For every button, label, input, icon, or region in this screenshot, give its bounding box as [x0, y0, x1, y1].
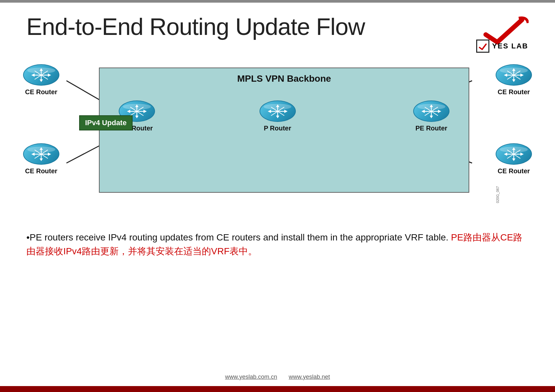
mpls-backbone-title: MPLS VPN Backbone: [100, 73, 469, 84]
ce-router-left-top-icon: [23, 64, 59, 86]
svg-marker-17: [31, 153, 35, 156]
top-bar: [0, 0, 555, 3]
svg-marker-25: [504, 73, 507, 77]
watermark: 020G_067: [496, 186, 500, 203]
svg-marker-19: [40, 158, 43, 161]
svg-marker-59: [430, 116, 433, 118]
p-router-center: P Router: [260, 100, 296, 132]
pe-router-right-icon: [413, 100, 449, 122]
ce-router-right-top-icon: [496, 64, 532, 86]
yeslab-text: YES LAB: [492, 42, 528, 50]
svg-marker-48: [284, 110, 288, 113]
svg-marker-11: [40, 79, 43, 82]
ce-router-right-bottom-icon: [496, 143, 532, 165]
pe-router-right-label: PE Router: [416, 125, 447, 132]
bottom-bar: [0, 386, 555, 392]
svg-marker-56: [438, 110, 441, 113]
svg-marker-24: [520, 73, 524, 77]
ce-router-right-top: CE Router: [496, 64, 532, 96]
svg-marker-49: [268, 110, 271, 113]
router-arrows-svg-3: [502, 68, 525, 82]
footer-link-2[interactable]: www.yeslab.net: [289, 374, 330, 380]
footer-links: www.yeslab.com.cn www.yeslab.net: [0, 374, 555, 380]
svg-marker-8: [48, 73, 51, 77]
pe-router-right: PE Router: [413, 100, 449, 132]
ce-router-right-bottom-label: CE Router: [498, 167, 530, 175]
page-title: End-to-End Routing Update Flow: [26, 13, 365, 40]
svg-marker-34: [512, 147, 515, 150]
svg-marker-18: [40, 147, 43, 150]
svg-marker-50: [276, 104, 279, 107]
svg-marker-58: [430, 104, 433, 107]
svg-marker-51: [276, 116, 279, 118]
svg-marker-16: [48, 153, 51, 156]
svg-marker-27: [512, 79, 515, 82]
svg-marker-9: [31, 73, 35, 77]
svg-marker-10: [40, 68, 43, 71]
ce-router-left-bottom-icon: [23, 143, 59, 165]
svg-marker-43: [135, 116, 139, 118]
ce-router-right-bottom: CE Router: [496, 143, 532, 175]
network-diagram: MPLS VPN Backbone CE Router: [26, 61, 529, 212]
ipv4-update-badge: IPv4 Update: [79, 115, 133, 130]
router-arrows-svg-7: [420, 104, 443, 118]
yeslab-logo: YES LAB: [476, 16, 529, 53]
ce-router-left-bottom: CE Router: [23, 143, 59, 175]
svg-marker-32: [520, 153, 524, 156]
description-section: •PE routers receive IPv4 routing updates…: [26, 231, 529, 258]
svg-marker-33: [504, 153, 507, 156]
svg-marker-41: [127, 110, 130, 113]
svg-marker-57: [421, 110, 425, 113]
router-arrows-svg: [30, 68, 53, 82]
svg-marker-35: [512, 158, 515, 161]
ce-router-left-top-label: CE Router: [25, 88, 57, 96]
p-router-center-icon: [260, 100, 296, 122]
svg-marker-26: [512, 68, 515, 71]
yeslab-box: [476, 40, 489, 53]
ce-router-left-bottom-label: CE Router: [25, 167, 57, 175]
footer-link-1[interactable]: www.yeslab.com.cn: [225, 374, 277, 380]
router-arrows-svg-2: [30, 147, 53, 161]
svg-marker-42: [135, 104, 139, 107]
router-arrows-svg-4: [502, 147, 525, 161]
ce-router-left-top: CE Router: [23, 64, 59, 96]
router-arrows-svg-6: [266, 104, 289, 118]
svg-marker-40: [143, 110, 147, 113]
p-router-center-label: P Router: [264, 125, 291, 132]
description-en: •PE routers receive IPv4 routing updates…: [26, 232, 451, 242]
ce-router-right-top-label: CE Router: [498, 88, 530, 96]
